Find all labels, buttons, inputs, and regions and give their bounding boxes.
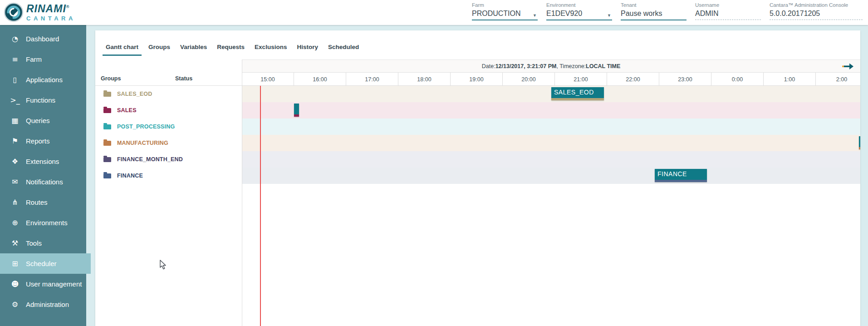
sidebar-item-label: Functions bbox=[26, 96, 55, 104]
sidebar-item-tools[interactable]: ⚒ Tools bbox=[0, 233, 86, 253]
hour-tick: 19:00 bbox=[451, 73, 503, 86]
puzzle-icon: ❖ bbox=[10, 157, 20, 166]
group-row-finance[interactable]: FINANCE bbox=[95, 168, 242, 184]
tab-variables[interactable]: Variables bbox=[175, 39, 212, 56]
dashboard-icon: ◔ bbox=[10, 35, 20, 43]
group-row-finance-month-end[interactable]: FINANCE_MONTH_END bbox=[95, 151, 242, 168]
hour-tick: 23:00 bbox=[659, 73, 711, 86]
gantt-bar-manufacturing[interactable] bbox=[859, 136, 860, 149]
group-name: SALES bbox=[117, 107, 137, 114]
top-header: RINAMI® CANTARA Farm PRODUCTION ▼ Enviro… bbox=[0, 0, 868, 25]
server-stack-icon: ≡ bbox=[10, 55, 20, 64]
table-grid-icon: ▦ bbox=[10, 116, 20, 125]
group-name: FINANCE_MONTH_END bbox=[117, 156, 183, 163]
hour-tick: 18:00 bbox=[398, 73, 451, 86]
hour-tick: 20:00 bbox=[503, 73, 555, 86]
tab-groups[interactable]: Groups bbox=[143, 39, 175, 56]
sidebar-item-label: Tools bbox=[26, 239, 42, 247]
field-label: Username bbox=[695, 2, 761, 8]
sidebar-item-reports[interactable]: ⚑ Reports bbox=[0, 131, 86, 151]
sidebar-item-label: Reports bbox=[26, 137, 50, 145]
field-value[interactable]: Pause works bbox=[621, 10, 687, 20]
timeline-hours: 15:0016:0017:0018:0019:0020:0021:0022:00… bbox=[242, 73, 860, 86]
field-value[interactable]: PRODUCTION bbox=[472, 10, 538, 20]
sidebar-nav: ◔ Dashboard ≡ Farm ▯ Applications >_ Fun… bbox=[0, 25, 86, 326]
date-value: 12/13/2017, 3:21:07 PM bbox=[495, 63, 557, 69]
group-name: SALES_EOD bbox=[117, 91, 152, 97]
header-field-tenant: Tenant Pause works ▼ bbox=[621, 2, 687, 20]
sidebar-item-label: Environments bbox=[26, 219, 68, 227]
hour-tick: 22:00 bbox=[607, 73, 659, 86]
timezone-value: LOCAL TIME bbox=[586, 63, 620, 69]
sidebar-item-notifications[interactable]: ✉ Notifications bbox=[0, 172, 86, 192]
gantt-bar-sales-eod[interactable]: SALES_EOD bbox=[551, 87, 604, 100]
sidebar-item-label: Dashboard bbox=[26, 35, 59, 43]
wrench-icon: ⚒ bbox=[10, 239, 20, 247]
group-name: FINANCE bbox=[117, 173, 143, 179]
brand-subname: CANTARA bbox=[26, 15, 76, 21]
panel-divider bbox=[242, 59, 242, 326]
field-value: ADMIN bbox=[695, 10, 761, 20]
header-field-environment: Environment E1DEV920 ▼ bbox=[546, 2, 612, 20]
scheduler-panel: Gantt chartGroupsVariablesRequestsExclus… bbox=[95, 30, 860, 326]
sidebar-item-farm[interactable]: ≡ Farm bbox=[0, 49, 86, 69]
tab-history[interactable]: History bbox=[292, 39, 323, 56]
gantt-date-bar: Date:12/13/2017, 3:21:07 PM, Timezone:LO… bbox=[242, 59, 860, 73]
sidebar-item-functions[interactable]: >_ Functions bbox=[0, 90, 86, 110]
brand-logo: RINAMI® CANTARA bbox=[4, 2, 76, 22]
field-value[interactable]: E1DEV920 bbox=[546, 10, 612, 20]
sidebar-item-environments[interactable]: ⊕ Environments bbox=[0, 212, 86, 233]
gantt-row-band-finance-month-end bbox=[242, 151, 860, 168]
sidebar-item-applications[interactable]: ▯ Applications bbox=[0, 69, 86, 90]
gantt-row-band-manufacturing bbox=[242, 135, 860, 151]
current-time-line bbox=[260, 86, 261, 326]
scheduler-tabs: Gantt chartGroupsVariablesRequestsExclus… bbox=[101, 39, 364, 56]
field-label: Farm bbox=[472, 2, 538, 8]
groups-panel: Groups Status SALES_EOD SALES POST_PROCE… bbox=[95, 59, 242, 326]
sidebar-item-queries[interactable]: ▦ Queries bbox=[0, 110, 86, 131]
arrow-right-icon[interactable] bbox=[842, 63, 854, 70]
sidebar-item-label: Applications bbox=[26, 76, 63, 84]
tab-scheduled[interactable]: Scheduled bbox=[323, 39, 364, 56]
sidebar-item-label: Extensions bbox=[26, 158, 59, 165]
folder-icon bbox=[103, 173, 111, 178]
tab-requests[interactable]: Requests bbox=[212, 39, 250, 56]
calendar-icon: ⊞ bbox=[10, 259, 20, 268]
rinami-logo-icon bbox=[4, 2, 24, 22]
globe-icon: ⊕ bbox=[10, 218, 20, 227]
sidebar-item-label: Scheduler bbox=[26, 260, 57, 267]
gantt-row-band-sales bbox=[242, 102, 860, 119]
folder-icon bbox=[103, 141, 111, 146]
header-fields: Farm PRODUCTION ▼ Environment E1DEV920 ▼… bbox=[472, 2, 863, 20]
tab-gantt-chart[interactable]: Gantt chart bbox=[101, 39, 143, 56]
status-column-header: Status bbox=[175, 75, 192, 82]
sidebar-item-extensions[interactable]: ❖ Extensions bbox=[0, 151, 86, 172]
folder-icon bbox=[103, 124, 111, 129]
gear-icon: ⚙ bbox=[10, 300, 20, 309]
sidebar-item-label: Notifications bbox=[26, 178, 63, 186]
sidebar-item-user-management[interactable]: ☻ User management bbox=[0, 274, 86, 294]
gantt-bar-finance[interactable]: FINANCE bbox=[655, 169, 707, 182]
hour-tick: 1:00 bbox=[764, 73, 816, 86]
groups-panel-header: Groups Status bbox=[95, 73, 242, 86]
sidebar-item-administration[interactable]: ⚙ Administration bbox=[0, 294, 86, 315]
hour-tick: 17:00 bbox=[346, 73, 398, 86]
header-field-farm: Farm PRODUCTION ▼ bbox=[472, 2, 538, 20]
timezone-label: , Timezone: bbox=[556, 63, 586, 69]
group-row-sales[interactable]: SALES bbox=[95, 102, 242, 119]
sidebar-item-scheduler[interactable]: ⊞ Scheduler bbox=[0, 253, 91, 274]
group-row-manufacturing[interactable]: MANUFACTURING bbox=[95, 135, 242, 151]
folder-icon bbox=[103, 157, 111, 162]
field-label: Environment bbox=[546, 2, 612, 8]
gantt-area: Date:12/13/2017, 3:21:07 PM, Timezone:LO… bbox=[242, 59, 860, 326]
sidebar-item-routes[interactable]: ⋔ Routes bbox=[0, 192, 86, 212]
chevron-down-icon[interactable]: ▼ bbox=[533, 13, 537, 18]
tab-exclusions[interactable]: Exclusions bbox=[250, 39, 292, 56]
tablet-icon: ▯ bbox=[10, 75, 20, 84]
sidebar-item-dashboard[interactable]: ◔ Dashboard bbox=[0, 29, 86, 49]
group-row-post-processing[interactable]: POST_PROCESSING bbox=[95, 119, 242, 135]
group-name: POST_PROCESSING bbox=[117, 123, 175, 130]
group-row-sales-eod[interactable]: SALES_EOD bbox=[95, 86, 242, 102]
chevron-down-icon[interactable]: ▼ bbox=[607, 13, 611, 18]
gantt-bar-sales[interactable] bbox=[294, 104, 299, 117]
